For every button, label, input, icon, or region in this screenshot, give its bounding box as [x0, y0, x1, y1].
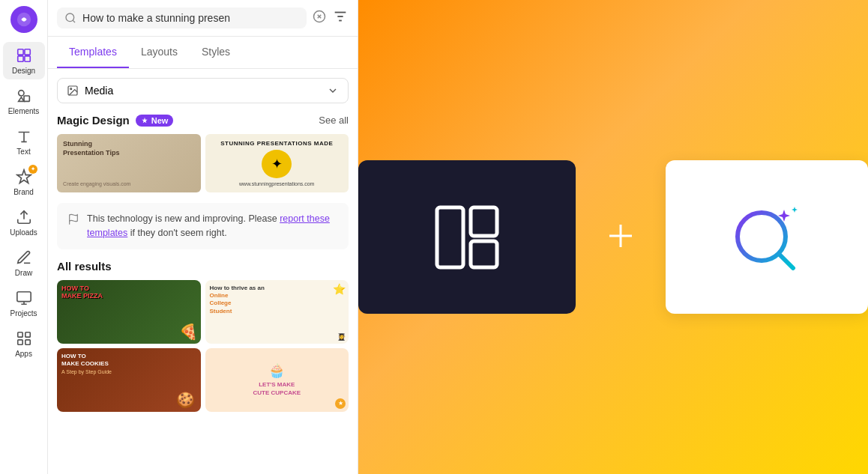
elements-icon [15, 87, 33, 105]
sidebar-item-label: Brand [13, 188, 34, 196]
filter-button[interactable] [332, 8, 349, 28]
notice-box: This technology is new and improving. Pl… [57, 203, 349, 249]
canva-logo[interactable] [10, 6, 37, 33]
sidebar-item-label: Apps [15, 350, 32, 358]
search-icon [64, 12, 76, 24]
canvas-card-grid [358, 160, 576, 314]
magic-design-templates: StunningPresentation Tips Create engagin… [57, 134, 349, 192]
chevron-down-icon [327, 85, 339, 97]
sidebar-item-projects[interactable]: Projects [3, 285, 45, 322]
canvas-card-ai [666, 160, 868, 314]
sidebar-item-apps[interactable]: Apps [3, 325, 45, 362]
sidebar-item-uploads[interactable]: Uploads [3, 204, 45, 241]
media-dropdown-left: Media [67, 85, 113, 97]
all-results-title: All results [57, 260, 349, 273]
canvas-area [358, 0, 868, 474]
panel-content: Media Magic Design New See all StunningP… [48, 69, 358, 474]
magic-design-header: Magic Design New See all [57, 114, 349, 127]
sidebar-item-label: Draw [15, 269, 32, 277]
sidebar-item-label: Design [12, 67, 35, 75]
text-icon [15, 127, 33, 145]
search-bar [48, 0, 358, 37]
svg-rect-13 [25, 340, 29, 344]
sidebar-item-label: Text [16, 148, 30, 156]
svg-rect-4 [24, 56, 29, 61]
svg-point-5 [18, 91, 23, 96]
tab-templates[interactable]: Templates [57, 37, 129, 68]
plus-connector [606, 221, 636, 254]
svg-rect-26 [471, 241, 497, 267]
new-badge: New [136, 115, 174, 127]
svg-rect-10 [17, 332, 22, 337]
svg-rect-9 [16, 292, 30, 302]
media-icon [67, 85, 79, 97]
svg-rect-24 [437, 207, 463, 267]
flag-icon [67, 213, 79, 225]
svg-rect-2 [24, 49, 29, 55]
svg-rect-25 [471, 207, 497, 236]
svg-rect-12 [17, 340, 22, 344]
magic-design-title: Magic Design [57, 114, 130, 127]
projects-icon [15, 289, 33, 307]
template-thumb-1[interactable]: StunningPresentation Tips Create engagin… [57, 134, 200, 192]
svg-line-30 [780, 255, 793, 268]
sidebar-item-elements[interactable]: Elements [3, 82, 45, 120]
sidebar-item-label: Projects [10, 309, 37, 317]
svg-rect-1 [17, 49, 22, 55]
svg-rect-6 [24, 96, 29, 101]
tab-layouts[interactable]: Layouts [129, 37, 190, 68]
result-thumb-pizza[interactable]: HOW TOMAKE PIZZA 🍕 [57, 280, 200, 344]
sidebar: Design Elements Text ✦ Brand [0, 0, 48, 474]
svg-marker-7 [18, 97, 23, 102]
search-input[interactable] [82, 12, 299, 24]
results-grid: HOW TOMAKE PIZZA 🍕 How to thrive as anOn… [57, 280, 349, 412]
media-dropdown[interactable]: Media [57, 78, 349, 103]
tab-styles[interactable]: Styles [190, 37, 242, 68]
clear-search-button[interactable] [313, 10, 326, 26]
tab-bar: Templates Layouts Styles [48, 37, 358, 69]
sidebar-item-label: Uploads [10, 228, 37, 237]
svg-rect-3 [17, 56, 22, 61]
svg-point-14 [66, 13, 74, 22]
result-thumb-cupcake[interactable]: 🧁 LET'S MAKECUTE CUPCAKE ★ [205, 348, 349, 412]
svg-rect-11 [25, 332, 29, 337]
uploads-icon [15, 208, 33, 226]
svg-point-22 [70, 88, 72, 90]
media-dropdown-label: Media [85, 85, 113, 97]
section-title-group: Magic Design New [57, 114, 173, 127]
sidebar-item-brand[interactable]: ✦ Brand [3, 163, 45, 201]
result-thumb-college[interactable]: How to thrive as anOnlineCollegeStudent … [205, 280, 349, 344]
apps-icon [15, 329, 33, 347]
draw-icon [15, 249, 33, 267]
see-all-button[interactable]: See all [319, 115, 349, 126]
design-icon [15, 46, 33, 64]
sidebar-item-label: Elements [8, 107, 40, 115]
search-input-wrapper [57, 7, 307, 28]
brand-icon: ✦ [15, 168, 33, 186]
sidebar-item-design[interactable]: Design [3, 42, 45, 79]
template-thumb-2[interactable]: STUNNING PRESENTATIONS MADE ✦ www.stunni… [205, 134, 349, 192]
sidebar-item-text[interactable]: Text [3, 123, 45, 160]
sidebar-item-draw[interactable]: Draw [3, 244, 45, 282]
notice-text: This technology is new and improving. Pl… [87, 212, 338, 240]
panel: Templates Layouts Styles Media Magic Des… [48, 0, 358, 474]
result-thumb-cookies[interactable]: HOW TOMAKE COOKIES A Step by Step Guide … [57, 348, 200, 412]
